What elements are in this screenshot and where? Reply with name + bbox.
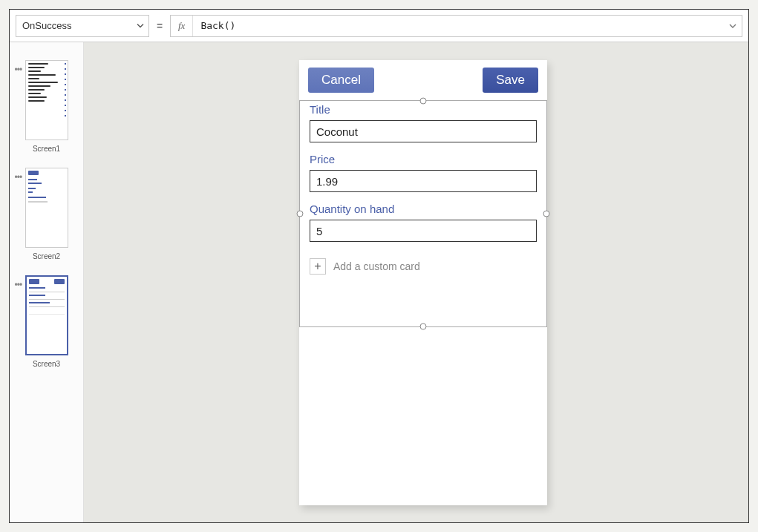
save-button[interactable]: Save — [483, 68, 538, 93]
thumb-preview-3 — [25, 275, 68, 355]
formula-bar: OnSuccess = fx Back() — [10, 10, 748, 42]
cancel-button[interactable]: Cancel — [308, 68, 374, 93]
field-price: Price — [310, 153, 537, 192]
field-title-input[interactable] — [310, 120, 537, 142]
thumb-preview-1 — [25, 60, 68, 140]
field-title: Title — [310, 103, 537, 142]
formula-box: fx Back() — [170, 15, 742, 37]
chevron-down-icon — [137, 20, 144, 31]
property-selector[interactable]: OnSuccess — [16, 15, 149, 37]
fx-icon: fx — [171, 16, 193, 36]
app-frame: OnSuccess = fx Back() ••• — [9, 9, 749, 523]
formula-expand-button[interactable] — [724, 16, 742, 36]
plus-icon: + — [310, 258, 326, 275]
field-qty: Quantity on hand — [310, 203, 537, 242]
save-button-label: Save — [496, 73, 525, 88]
canvas[interactable]: Cancel Save Title Price — [84, 42, 748, 522]
thumb-label: Screen2 — [33, 252, 60, 260]
screen-thumb-3[interactable]: ••• Screen3 — [25, 275, 68, 368]
field-price-input[interactable] — [310, 170, 537, 192]
more-icon[interactable]: ••• — [15, 172, 22, 183]
screen-thumb-1[interactable]: ••• — [25, 60, 68, 153]
thumb-preview-2 — [25, 168, 68, 248]
field-title-label: Title — [310, 103, 537, 116]
screen-thumb-2[interactable]: ••• Screen2 — [25, 168, 68, 260]
add-custom-card[interactable]: + Add a custom card — [299, 252, 547, 280]
screens-panel: ••• — [10, 42, 84, 522]
thumb-label: Screen3 — [33, 360, 60, 368]
phone-preview: Cancel Save Title Price — [299, 60, 547, 505]
app-header: Cancel Save — [299, 60, 547, 100]
add-custom-card-label: Add a custom card — [333, 260, 420, 272]
thumb-selection-strip — [25, 277, 27, 354]
formula-input[interactable]: Back() — [193, 20, 724, 31]
field-qty-label: Quantity on hand — [310, 203, 537, 215]
property-selector-value: OnSuccess — [22, 20, 71, 31]
main-area: ••• — [10, 42, 748, 522]
field-price-label: Price — [310, 153, 537, 165]
more-icon[interactable]: ••• — [15, 280, 22, 290]
field-qty-input[interactable] — [310, 220, 537, 242]
form-body: Title Price Quantity on hand — [299, 100, 547, 242]
thumb-label: Screen1 — [33, 145, 60, 153]
equals-sign: = — [155, 20, 164, 32]
more-icon[interactable]: ••• — [15, 65, 22, 75]
cancel-button-label: Cancel — [321, 73, 361, 88]
